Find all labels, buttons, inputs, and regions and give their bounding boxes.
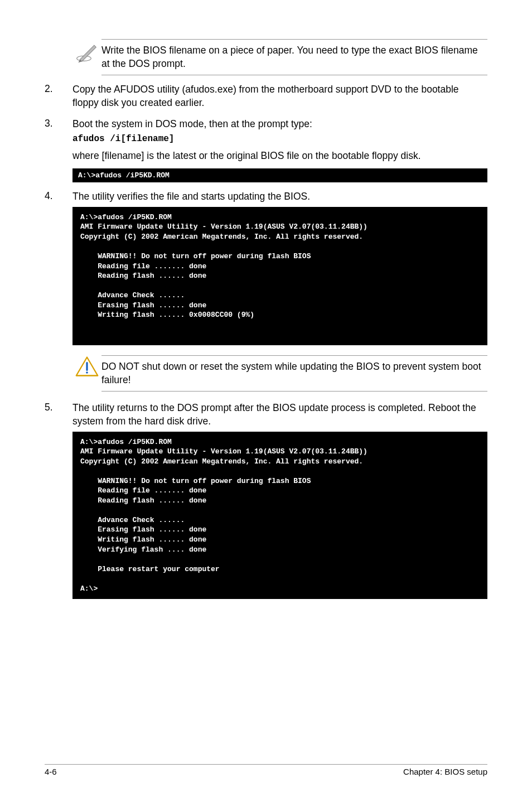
terminal-output-1: A:\>afudos /iP5KD.ROM — [72, 168, 487, 183]
code-line: afudos /i[filename] — [72, 134, 487, 144]
page-footer: 4-6 Chapter 4: BIOS setup — [45, 764, 487, 776]
note-block: Write the BIOS filename on a piece of pa… — [72, 39, 487, 75]
warning-block: DO NOT shut down or reset the system whi… — [72, 355, 487, 392]
chapter-label: Chapter 4: BIOS setup — [403, 767, 487, 776]
step-number: 4. — [45, 190, 72, 204]
warning-text: DO NOT shut down or reset the system whi… — [101, 355, 487, 392]
step-body: The utility verifies the file and starts… — [72, 190, 487, 204]
step-number: 3. — [45, 118, 72, 131]
step-number: 2. — [45, 83, 72, 109]
svg-point-5 — [86, 371, 88, 374]
warning-icon — [72, 355, 101, 380]
step-body: Boot the system in DOS mode, then at the… — [72, 118, 487, 131]
step-body: Copy the AFUDOS utility (afudos.exe) fro… — [72, 83, 487, 109]
pencil-icon — [72, 39, 101, 66]
step-4: 4. The utility verifies the file and sta… — [45, 190, 487, 204]
page-number: 4-6 — [45, 767, 57, 776]
step-number: 5. — [45, 402, 72, 428]
step-body: The utility returns to the DOS prompt af… — [72, 402, 487, 428]
step-5: 5. The utility returns to the DOS prompt… — [45, 402, 487, 428]
terminal-output-2: A:\>afudos /iP5KD.ROM AMI Firmware Updat… — [72, 207, 487, 345]
svg-marker-1 — [80, 45, 96, 61]
note-text: Write the BIOS filename on a piece of pa… — [101, 39, 487, 75]
terminal-output-3: A:\>afudos /iP5KD.ROM AMI Firmware Updat… — [72, 432, 487, 600]
step-3: 3. Boot the system in DOS mode, then at … — [45, 118, 487, 131]
step-2: 2. Copy the AFUDOS utility (afudos.exe) … — [45, 83, 487, 109]
paragraph-where: where [filename] is the latest or the or… — [72, 149, 487, 163]
